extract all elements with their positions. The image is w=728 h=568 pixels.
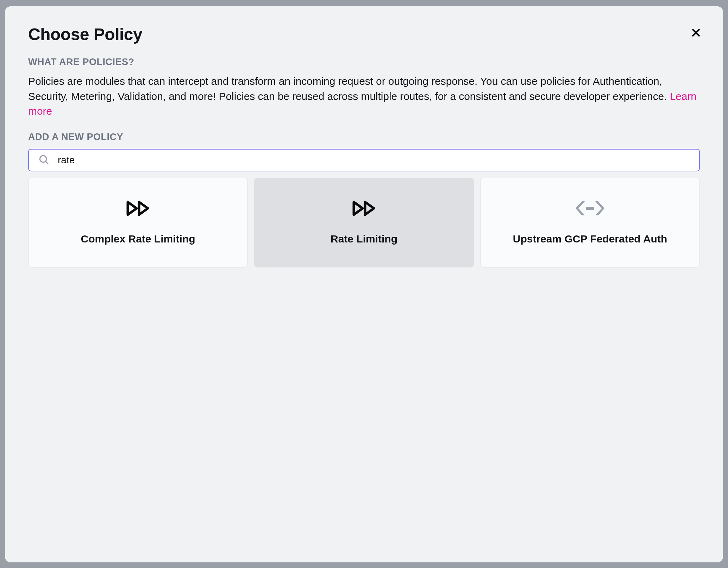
policy-card-complex-rate-limiting[interactable]: Complex Rate Limiting — [28, 178, 248, 267]
svg-rect-4 — [586, 207, 594, 210]
brackets-icon — [574, 200, 606, 218]
policy-search-input[interactable] — [28, 149, 700, 171]
fast-forward-icon — [351, 200, 377, 218]
policy-card-upstream-gcp-federated-auth[interactable]: Upstream GCP Federated Auth — [480, 178, 700, 267]
policies-description: Policies are modules that can intercept … — [28, 74, 700, 119]
policy-card-label: Rate Limiting — [324, 233, 404, 245]
policy-card-rate-limiting[interactable]: Rate Limiting — [254, 178, 474, 267]
close-icon — [691, 27, 701, 38]
close-button[interactable] — [691, 27, 701, 39]
policy-card-label: Complex Rate Limiting — [74, 233, 202, 245]
choose-policy-modal: Choose Policy WHAT ARE POLICIES? Policie… — [5, 6, 723, 562]
add-new-policy-label: ADD A NEW POLICY — [28, 132, 700, 143]
what-are-policies-label: WHAT ARE POLICIES? — [28, 57, 700, 68]
modal-title: Choose Policy — [28, 25, 700, 44]
search-wrap — [28, 149, 700, 171]
policy-card-label: Upstream GCP Federated Auth — [506, 233, 674, 245]
description-text: Policies are modules that can intercept … — [28, 75, 670, 102]
fast-forward-icon — [125, 200, 151, 218]
policy-cards: Complex Rate Limiting Rate Limiting Upst… — [28, 178, 700, 267]
